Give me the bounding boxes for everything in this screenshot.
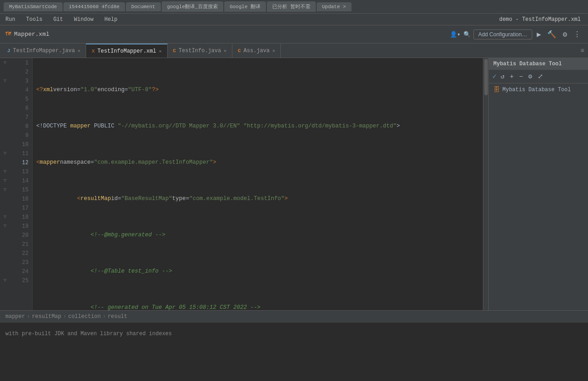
line-num-20: 20 (10, 230, 32, 239)
project-title: Mapper.xml (14, 31, 49, 38)
code-editor[interactable]: <?xml version="1.0" encoding="UTF-8"?> <… (33, 58, 483, 310)
code-line-2: <!DOCTYPE mapper PUBLIC "-//mybatis.org/… (33, 122, 483, 131)
gutter-cell-14 (0, 249, 10, 258)
gutter-cell-11 (0, 203, 10, 212)
line-num-11: 11 (10, 149, 32, 158)
gutter-cell-15 (0, 258, 10, 267)
line-num-7: 7 (10, 112, 32, 122)
gutter-fold-25[interactable]: ▽ (0, 276, 10, 285)
line-num-2: 2 (10, 67, 32, 76)
gutter-fold-19[interactable]: ▽ (0, 221, 10, 230)
menu-run[interactable]: Run (4, 15, 17, 24)
breadcrumb-item-3: collection (68, 313, 101, 320)
mapper-icon: 🗺 (5, 31, 11, 38)
profile-icon[interactable]: 👤▾ (450, 31, 461, 38)
settings-icon[interactable]: ⚙ (561, 29, 569, 40)
line-num-21: 21 (10, 239, 32, 249)
line-num-1: 1 (10, 58, 32, 67)
run-icon[interactable]: ▶ (535, 29, 543, 40)
gutter-cell-5 (0, 112, 10, 122)
browser-tab-google1[interactable]: google翻译_百度搜索 (162, 1, 223, 12)
add-icon[interactable]: + (508, 72, 515, 81)
gutter-fold-18[interactable]: ▽ (0, 212, 10, 221)
line-num-10: 10 (10, 140, 32, 149)
tab-testinfomapper-xml[interactable]: X TestInfoMapper.xml ✕ (86, 44, 167, 58)
breadcrumb-sep-3: › (102, 313, 106, 320)
menu-git[interactable]: Git (52, 15, 65, 24)
gutter-fold-4[interactable]: ▽ (0, 76, 10, 85)
scroll-thumb[interactable] (484, 59, 488, 95)
gutter-icons: ▽ ▽ ▽ ▽ ▽ ▽ ▽ ▽ ▽ (0, 58, 10, 310)
close-tab-3[interactable]: ✕ (224, 48, 227, 54)
line-num-19: 19 (10, 221, 32, 230)
xml-icon: X (92, 49, 95, 54)
gutter-cell-10 (0, 194, 10, 203)
tab-testinfo-java[interactable]: C TestInfo.java ✕ (168, 44, 232, 58)
menu-window[interactable]: Window (72, 15, 95, 24)
title-area: 🗺 Mapper.xml 👤▾ 🔍 Add Configuration… ▶ 🔨… (0, 25, 588, 44)
add-configuration-button[interactable]: Add Configuration… (473, 29, 532, 39)
menu-bar: Run Tools Git Window Help demo - TestInf… (0, 14, 588, 25)
gutter-cell-8 (0, 140, 10, 149)
line-num-18: 18 (10, 212, 32, 221)
gutter-fold-13[interactable]: ▽ (0, 167, 10, 176)
line-num-6: 6 (10, 103, 32, 112)
build-icon[interactable]: 🔨 (545, 29, 558, 40)
code-line-5: <!--@mbg.generated --> (33, 230, 483, 239)
status-bar: mapper › resultMap › collection › result (0, 310, 588, 322)
panel-toolbar: ✓ ↺ + − ⚙ ⤢ (489, 70, 588, 83)
line-num-24: 24 (10, 267, 32, 276)
tab-testinfomapper-java[interactable]: J TestInfoMapper.java ✕ (2, 44, 86, 58)
gutter-fold-14[interactable]: ▽ (0, 176, 10, 185)
line-num-3: 3 (10, 76, 32, 85)
more-icon[interactable]: ⋮ (572, 29, 583, 40)
menu-help[interactable]: Help (102, 15, 119, 24)
browser-tab-id[interactable]: 1544415060 4fcd8e (63, 2, 125, 11)
breadcrumb-item-4: result (108, 313, 127, 320)
expand-icon[interactable]: ⤢ (536, 72, 545, 81)
window-title: demo - TestInfoMapper.xml (499, 16, 581, 23)
browser-tab-update[interactable]: Update > (317, 2, 352, 11)
gutter-fold-11[interactable]: ▽ (0, 149, 10, 158)
breadcrumb-sep-1: › (27, 313, 30, 320)
refresh-icon[interactable]: ↺ (499, 72, 506, 81)
tab-label-1: TestInfoMapper.java (13, 48, 75, 54)
bottom-bar: with pre-built JDK and Maven library sha… (0, 322, 588, 345)
java-icon-2: C (173, 48, 176, 54)
browser-tab-doc[interactable]: Document (126, 2, 161, 11)
gutter-cell-7 (0, 131, 10, 140)
browser-tab-mybatis[interactable]: MyBatisSmartCode (4, 2, 63, 11)
vertical-scrollbar[interactable] (483, 58, 488, 310)
line-numbers: 1 2 3 4 5 6 7 8 9 10 11 12 13 14 15 16 1… (10, 58, 33, 310)
gutter-cell-3 (0, 94, 10, 103)
code-line-3: <mapper namespace="com.example.mapper.Te… (33, 158, 483, 167)
browser-tabs-bar: MyBatisSmartCode 1544415060 4fcd8e Docum… (0, 0, 588, 14)
line-num-9: 9 (10, 131, 32, 140)
menu-tools[interactable]: Tools (24, 15, 44, 24)
close-tab-4[interactable]: ✕ (272, 48, 275, 54)
code-content: <?xml version="1.0" encoding="UTF-8"?> <… (33, 58, 483, 310)
gutter-cell-1 (0, 67, 10, 76)
code-line-1: <?xml version="1.0" encoding="UTF-8"?> (33, 85, 483, 94)
db-tree-item[interactable]: 🗄 Mybatis Database Tool (489, 83, 588, 96)
browser-tab-google2[interactable]: Google 翻译 (224, 1, 266, 12)
line-num-4: 4 (10, 85, 32, 94)
minus-icon[interactable]: − (518, 72, 524, 81)
line-num-22: 22 (10, 249, 32, 258)
panel-settings-icon[interactable]: ⚙ (527, 72, 533, 81)
close-tab-2[interactable]: ✕ (159, 49, 162, 54)
gutter-cell-16 (0, 267, 10, 276)
line-num-5: 5 (10, 94, 32, 103)
close-tab-1[interactable]: ✕ (77, 48, 80, 54)
tab-label-2: TestInfoMapper.xml (97, 48, 156, 54)
breadcrumb-sep-2: › (63, 313, 66, 320)
search-icon[interactable]: 🔍 (463, 31, 471, 38)
panel-title: Mybatis Database Tool (493, 61, 562, 67)
check-icon[interactable]: ✓ (492, 72, 496, 81)
gutter-fold-15[interactable]: ▽ (0, 185, 10, 194)
line-num-8: 8 (10, 122, 32, 131)
gutter-fold-3[interactable]: ▽ (0, 58, 10, 67)
panel-toggle-icon[interactable]: ≡ (581, 47, 588, 54)
tab-ass-java[interactable]: C Ass.java ✕ (232, 44, 281, 58)
browser-tab-analyzed[interactable]: 已分析 暂时不需 (267, 1, 316, 12)
